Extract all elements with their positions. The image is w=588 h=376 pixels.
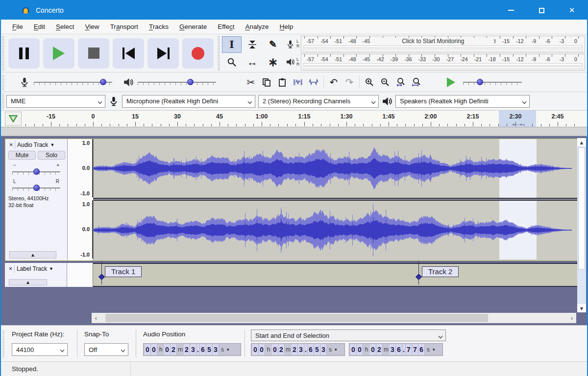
label-marker[interactable]	[98, 274, 105, 280]
record-icon	[192, 47, 204, 60]
playback-meter[interactable]: LR -57-54-51-48-45-42-39-36-33-30-27-24-…	[284, 54, 585, 71]
playback-device-select[interactable]: Speakers (Realtek High Definiti	[395, 95, 530, 108]
playback-volume-slider[interactable]	[138, 79, 216, 86]
close-track-button[interactable]: ×	[7, 141, 15, 149]
label-chip[interactable]: Track 2	[422, 266, 459, 277]
audio-position-field[interactable]: 00h02m23.653s▾	[143, 343, 241, 356]
timeshift-tool-button[interactable]: ↔	[243, 54, 262, 70]
track-menu-arrow-icon[interactable]: ▼	[49, 266, 53, 271]
selection-end-field[interactable]: 00h02m36.776s▾	[349, 343, 443, 356]
maximize-button[interactable]	[526, 1, 557, 20]
recording-volume-slider[interactable]	[34, 79, 112, 86]
vertical-ruler[interactable]: 1.00.0-1.01.00.0-1.0	[68, 139, 94, 260]
scroll-right-icon[interactable]: ›	[567, 314, 576, 322]
menu-effect[interactable]: Effect	[212, 21, 240, 32]
amplitude-label: 1.0	[82, 201, 90, 207]
multi-tool-button[interactable]: ∗	[263, 54, 283, 70]
redo-button[interactable]: ↷	[342, 75, 357, 90]
menu-edit[interactable]: Edit	[28, 21, 50, 32]
horizontal-scrollbar[interactable]: ‹ ›	[92, 313, 576, 323]
collapse-track-button[interactable]: ▲	[9, 251, 56, 258]
zoom-in-button[interactable]	[362, 75, 377, 90]
pause-button[interactable]	[8, 38, 40, 69]
monitoring-prompt[interactable]: Click to Start Monitoring	[372, 38, 494, 45]
menu-file[interactable]: File	[7, 21, 28, 32]
scroll-left-icon[interactable]: ‹	[92, 314, 100, 322]
timeline-options-button[interactable]	[5, 112, 22, 126]
label-track-content[interactable]: Track 1Track 2	[93, 263, 579, 287]
toolbar-grip[interactable]	[218, 36, 220, 70]
silence-audio-button[interactable]	[306, 75, 321, 90]
envelope-tool-button[interactable]	[243, 36, 262, 53]
track-title[interactable]: Label Track	[17, 265, 47, 272]
vertical-scroll-thumb[interactable]	[578, 147, 585, 270]
waveform-area[interactable]	[94, 139, 579, 260]
paste-button[interactable]	[275, 75, 290, 90]
minimize-button[interactable]	[496, 1, 526, 20]
recording-meter[interactable]: LR -57-54-51-48-45-42-39-36-33-30-27-24-…	[284, 36, 585, 53]
recording-channels-select[interactable]: 2 (Stereo) Recording Channels	[258, 95, 379, 108]
menu-help[interactable]: Help	[274, 21, 299, 32]
close-button[interactable]: ✕	[557, 1, 587, 20]
time-format-arrow-icon[interactable]: ▾	[226, 347, 229, 352]
gain-slider[interactable]	[12, 168, 60, 175]
menu-tracks[interactable]: Tracks	[144, 21, 174, 32]
solo-button[interactable]: Solo	[38, 151, 65, 160]
menu-view[interactable]: View	[80, 21, 105, 32]
waveform-left-channel[interactable]	[94, 139, 579, 198]
cut-button[interactable]: ✂	[244, 75, 258, 90]
playback-speed-slider[interactable]	[463, 79, 522, 86]
copy-button[interactable]	[259, 75, 274, 90]
fit-project-button[interactable]	[409, 75, 424, 90]
snap-to-select[interactable]: Off	[84, 343, 128, 356]
label-ruler-column	[67, 263, 93, 287]
scroll-up-icon[interactable]: ▲	[577, 138, 586, 146]
mute-button[interactable]: Mute	[8, 151, 36, 160]
selection-mode-select[interactable]: Start and End of Selection	[251, 329, 446, 341]
label-track[interactable]: × Label Track ▼ ▲ Track 1Track 2	[5, 263, 579, 287]
time-segment: 3	[190, 344, 196, 355]
waveform-right-channel[interactable]	[94, 201, 579, 259]
meter-scale-value: -30	[429, 56, 443, 63]
zoom-out-button[interactable]	[378, 75, 392, 90]
audio-host-select[interactable]: MME	[6, 95, 105, 108]
toolbar-grip[interactable]	[2, 94, 4, 109]
toolbar-grip[interactable]	[2, 36, 4, 70]
label-chip[interactable]: Track 1	[105, 266, 142, 277]
menu-analyze[interactable]: Analyze	[240, 21, 274, 32]
menu-transport[interactable]: Transport	[105, 21, 144, 32]
undo-button[interactable]: ↶	[326, 75, 341, 90]
audio-track[interactable]: × Audio Track ▼ Mute Solo −+ LR Stereo, …	[5, 139, 579, 261]
timeline-ruler[interactable]: ↔-1501530451:001:151:301:452:002:152:302…	[1, 111, 587, 127]
time-format-arrow-icon[interactable]: ▾	[334, 347, 337, 352]
skip-to-end-button[interactable]	[147, 38, 179, 69]
pan-slider[interactable]	[12, 185, 60, 191]
time-format-arrow-icon[interactable]: ▾	[432, 347, 435, 352]
menu-select[interactable]: Select	[50, 21, 80, 32]
recording-device-select[interactable]: Microphone (Realtek High Defini	[122, 95, 255, 108]
track-menu-arrow-icon[interactable]: ▼	[50, 142, 54, 147]
collapse-track-button[interactable]: ▲	[9, 279, 47, 285]
selection-start-field[interactable]: 00h02m23.653s▾	[251, 343, 345, 356]
selection-tool-button[interactable]: I	[222, 36, 242, 53]
skip-to-start-button[interactable]	[113, 38, 144, 69]
title-bar[interactable]: Concerto ✕	[1, 1, 587, 20]
stop-button[interactable]	[78, 38, 109, 69]
project-rate-select[interactable]: 44100	[12, 343, 68, 356]
menu-generate[interactable]: Generate	[174, 21, 212, 32]
record-button[interactable]	[182, 38, 214, 69]
vertical-scrollbar[interactable]: ▲ ▼	[577, 138, 586, 312]
play-button[interactable]	[43, 38, 74, 69]
close-track-button[interactable]: ×	[7, 265, 15, 273]
play-at-speed-button[interactable]	[443, 75, 458, 90]
zoom-tool-button[interactable]	[222, 54, 242, 70]
label-marker[interactable]	[416, 274, 422, 280]
trim-audio-button[interactable]	[291, 75, 305, 90]
draw-tool-button[interactable]: ✎	[263, 36, 283, 53]
scroll-down-icon[interactable]: ▼	[577, 304, 586, 312]
track-title[interactable]: Audio Track	[17, 141, 48, 148]
toolbar-grip[interactable]	[2, 74, 4, 90]
horizontal-scroll-thumb[interactable]	[105, 314, 488, 322]
toolbar-grip[interactable]	[2, 329, 4, 357]
fit-selection-button[interactable]	[393, 75, 408, 90]
